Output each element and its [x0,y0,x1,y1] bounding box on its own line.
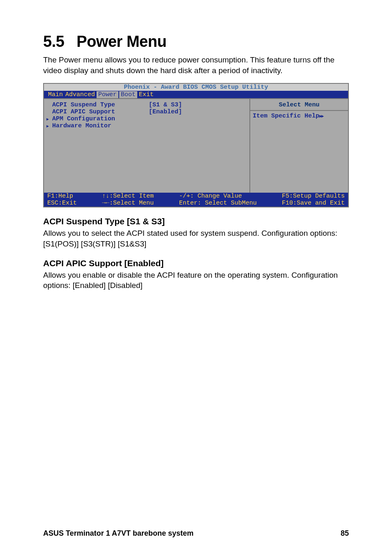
bios-item-label: ACPI APIC Support [52,108,149,115]
bios-item-label: ACPI Suspend Type [52,101,149,108]
bios-options-pane: ACPI Suspend Type [S1 & S3] ACPI APIC Su… [44,98,249,193]
tab-advanced[interactable]: Advanced [65,91,96,98]
bios-item-label: APM Configuration [52,115,149,122]
footer-hint-change: -/+: Change Value Enter: Select SubMenu [179,193,257,207]
setting-body-acpi-apic: Allows you enable or disable the ACPI fe… [43,270,349,291]
tab-power[interactable]: Power [97,91,118,98]
section-number: 5.5 [43,33,64,50]
help-text: Item Specific Help [253,113,319,120]
tab-main[interactable]: Main [47,91,64,98]
page-footer: ASUS Terminator 1 A7VT barebone system 8… [43,529,349,538]
bios-help-pane: Select Menu Item Specific Help▶▶ [249,98,348,193]
section-name: Power Menu [76,33,166,50]
tab-boot[interactable]: Boot [119,91,137,98]
setting-body-acpi-suspend: Allows you to select the ACPI stated use… [43,228,349,249]
intro-paragraph: The Power menu allows you to reduce powe… [43,55,349,76]
footer-hint-select: ↑↓:Select Item →←:Select Menu [102,193,154,207]
bios-item-acpi-apic[interactable]: ACPI APIC Support [Enabled] [45,108,249,115]
footer-page-number: 85 [341,529,349,538]
bios-item-value: [S1 & S3] [149,101,182,108]
help-pane-header: Select Menu [250,99,348,111]
bios-title: Phoenix - Award BIOS CMOS Setup Utility [44,84,348,91]
submenu-arrow-icon: ▶ [46,124,49,129]
bios-screenshot: Phoenix - Award BIOS CMOS Setup Utility … [43,83,349,207]
footer-hint-help: F1:Help ESC:Exit [47,193,77,207]
bios-item-acpi-suspend[interactable]: ACPI Suspend Type [S1 & S3] [45,101,249,108]
bios-item-hardware-monitor[interactable]: ▶ Hardware Monitor [45,122,249,129]
double-arrow-icon: ▶▶ [319,114,323,119]
footer-product: ASUS Terminator 1 A7VT barebone system [43,529,194,538]
section-title: 5.5Power Menu [43,33,349,51]
tab-exit[interactable]: Exit [138,91,154,98]
bios-item-label: Hardware Monitor [52,122,149,129]
bios-footer-hints: F1:Help ESC:Exit ↑↓:Select Item →←:Selec… [44,193,348,207]
bios-tab-bar: Main Advanced Power Boot Exit [44,91,348,98]
setting-heading-acpi-apic: ACPI APIC Support [Enabled] [43,258,349,268]
setting-heading-acpi-suspend: ACPI Suspend Type [S1 & S3] [43,216,349,226]
submenu-arrow-icon: ▶ [46,117,49,122]
help-pane-text: Item Specific Help▶▶ [250,111,348,121]
bios-item-value: [Enabled] [149,108,182,115]
bios-body: ACPI Suspend Type [S1 & S3] ACPI APIC Su… [44,98,348,193]
footer-hint-defaults: F5:Setup Defaults F10:Save and Exit [282,193,345,207]
bios-item-apm-config[interactable]: ▶ APM Configuration [45,115,249,122]
